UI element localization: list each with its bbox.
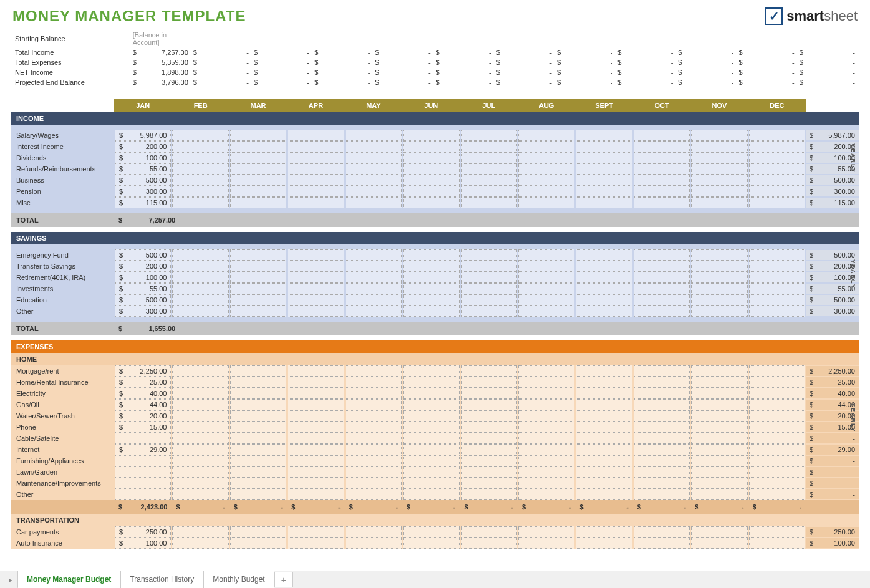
data-cell[interactable] <box>518 130 574 141</box>
summary-cell[interactable]: $- <box>494 67 554 77</box>
data-cell[interactable] <box>576 455 632 466</box>
data-cell[interactable] <box>749 537 805 549</box>
data-cell[interactable] <box>518 526 574 537</box>
data-cell[interactable] <box>461 152 517 163</box>
data-cell[interactable] <box>230 294 286 306</box>
data-cell[interactable] <box>461 455 517 466</box>
data-cell[interactable] <box>346 186 402 197</box>
data-cell[interactable] <box>172 197 228 208</box>
data-cell[interactable] <box>518 152 574 163</box>
summary-cell[interactable]: $- <box>494 57 554 67</box>
data-cell[interactable] <box>346 466 402 478</box>
summary-cell[interactable]: $- <box>191 77 251 87</box>
data-cell[interactable] <box>230 249 286 261</box>
data-cell[interactable] <box>230 377 286 388</box>
data-cell[interactable] <box>691 433 747 444</box>
data-cell[interactable] <box>576 444 632 455</box>
data-cell[interactable]: $100.00 <box>115 152 171 163</box>
data-cell[interactable] <box>288 197 344 208</box>
data-cell[interactable] <box>288 272 344 283</box>
data-cell[interactable] <box>288 152 344 163</box>
data-cell[interactable] <box>230 272 286 283</box>
data-cell[interactable] <box>288 433 344 444</box>
data-cell[interactable] <box>288 478 344 489</box>
summary-cell[interactable]: $- <box>433 77 494 87</box>
data-cell[interactable] <box>230 365 286 377</box>
data-cell[interactable] <box>749 422 805 433</box>
data-cell[interactable]: $200.00 <box>115 261 171 272</box>
data-cell[interactable] <box>576 141 632 152</box>
data-cell[interactable] <box>403 152 459 163</box>
data-cell[interactable]: $55.00 <box>115 163 171 175</box>
summary-cell[interactable]: $- <box>675 47 736 57</box>
data-cell[interactable]: $300.00 <box>115 306 171 317</box>
data-cell[interactable] <box>461 130 517 141</box>
data-cell[interactable] <box>749 410 805 422</box>
data-cell[interactable] <box>576 399 632 410</box>
data-cell[interactable]: $500.00 <box>115 175 171 186</box>
summary-cell[interactable]: $- <box>554 57 615 67</box>
data-cell[interactable] <box>518 175 574 186</box>
data-cell[interactable]: $100.00 <box>115 272 171 283</box>
data-cell[interactable]: $44.00 <box>115 399 171 410</box>
data-cell[interactable] <box>403 444 459 455</box>
data-cell[interactable] <box>230 186 286 197</box>
data-cell[interactable] <box>634 175 690 186</box>
data-cell[interactable] <box>461 186 517 197</box>
data-cell[interactable] <box>576 306 632 317</box>
data-cell[interactable] <box>749 377 805 388</box>
data-cell[interactable] <box>346 130 402 141</box>
data-cell[interactable] <box>172 175 228 186</box>
add-tab-button[interactable]: + <box>274 572 293 574</box>
data-cell[interactable] <box>172 526 228 537</box>
data-cell[interactable] <box>403 175 459 186</box>
data-cell[interactable] <box>346 175 402 186</box>
data-cell[interactable] <box>576 249 632 261</box>
data-cell[interactable] <box>230 422 286 433</box>
data-cell[interactable] <box>346 365 402 377</box>
data-cell[interactable] <box>461 478 517 489</box>
data-cell[interactable] <box>691 186 747 197</box>
data-cell[interactable] <box>576 294 632 306</box>
data-cell[interactable] <box>749 455 805 466</box>
data-cell[interactable] <box>634 272 690 283</box>
summary-cell[interactable]: $- <box>675 77 736 87</box>
data-cell[interactable] <box>634 283 690 294</box>
data-cell[interactable] <box>172 455 228 466</box>
data-cell[interactable] <box>576 466 632 478</box>
data-cell[interactable] <box>691 175 747 186</box>
data-cell[interactable] <box>749 175 805 186</box>
summary-cell[interactable]: $- <box>797 77 858 87</box>
data-cell[interactable] <box>172 365 228 377</box>
data-cell[interactable] <box>749 466 805 478</box>
summary-cell[interactable]: $- <box>191 67 251 77</box>
sheet-tab[interactable]: Money Manager Budget <box>17 571 120 574</box>
data-cell[interactable] <box>172 294 228 306</box>
data-cell[interactable] <box>461 272 517 283</box>
summary-cell[interactable]: $- <box>251 77 312 87</box>
data-cell[interactable] <box>461 444 517 455</box>
data-cell[interactable] <box>288 261 344 272</box>
data-cell[interactable] <box>691 163 747 175</box>
data-cell[interactable] <box>518 388 574 399</box>
data-cell[interactable] <box>288 422 344 433</box>
summary-cell[interactable]: $1,898.00 <box>130 67 191 77</box>
data-cell[interactable] <box>518 399 574 410</box>
data-cell[interactable] <box>576 377 632 388</box>
data-cell[interactable] <box>518 163 574 175</box>
data-cell[interactable] <box>172 433 228 444</box>
data-cell[interactable] <box>634 130 690 141</box>
data-cell[interactable] <box>634 388 690 399</box>
summary-cell[interactable]: $- <box>797 67 858 77</box>
data-cell[interactable] <box>403 478 459 489</box>
data-cell[interactable] <box>691 444 747 455</box>
data-cell[interactable] <box>346 197 402 208</box>
data-cell[interactable] <box>576 272 632 283</box>
data-cell[interactable] <box>576 283 632 294</box>
data-cell[interactable] <box>518 141 574 152</box>
data-cell[interactable] <box>461 261 517 272</box>
data-cell[interactable] <box>230 478 286 489</box>
data-cell[interactable] <box>691 365 747 377</box>
data-cell[interactable] <box>346 294 402 306</box>
summary-cell[interactable]: $- <box>191 57 251 67</box>
